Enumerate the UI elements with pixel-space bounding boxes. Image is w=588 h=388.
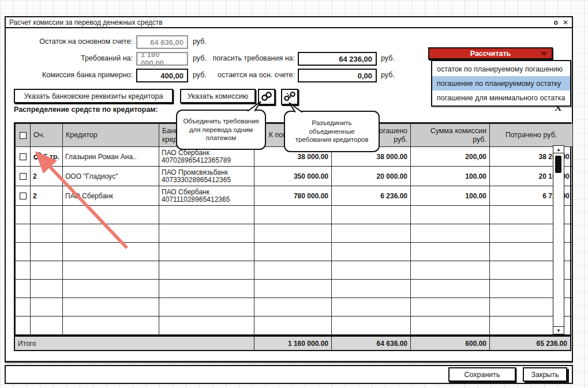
commission-cell[interactable]: 100.00	[411, 167, 490, 186]
window-resize-icon[interactable]: o	[554, 18, 558, 27]
queue-cell[interactable]: 5 тр.	[31, 147, 63, 167]
repaid-cell[interactable]: 6 236.00	[332, 186, 411, 206]
commission-cell[interactable]: 200,00	[411, 147, 490, 167]
row-checkbox[interactable]	[20, 173, 27, 180]
broken-link-icon	[284, 92, 295, 103]
empty-cell	[63, 298, 159, 317]
commission-field[interactable]: 400,00	[136, 69, 188, 82]
empty-row	[16, 206, 573, 224]
remain-currency: руб.	[381, 71, 395, 79]
repay-field[interactable]: 64 236,00	[298, 52, 377, 66]
calc-menu-item-1[interactable]: погашение по планируемому остатку	[432, 76, 570, 91]
empty-row	[16, 298, 573, 317]
empty-cell	[159, 243, 254, 261]
merge-tooltip-text: Объединить требования для перевода одним…	[183, 117, 259, 143]
empty-cell	[159, 261, 254, 280]
empty-cell	[63, 280, 159, 298]
app-canvas: Расчет комиссии за перевод денежных сред…	[0, 0, 588, 388]
balance-field[interactable]: 64 636,00	[136, 35, 188, 49]
empty-cell	[31, 224, 63, 243]
empty-cell	[254, 224, 332, 243]
commission-cell[interactable]: 100.00	[411, 186, 490, 206]
claims-field[interactable]: 1 160 000,00	[136, 52, 188, 66]
repaid-cell[interactable]: 20 000.00	[332, 167, 411, 186]
footer-bar: Сохранить Закрыть	[5, 365, 573, 384]
empty-cell	[254, 280, 332, 298]
calculate-button[interactable]: Рассчитать	[428, 47, 553, 59]
empty-cell	[332, 243, 411, 261]
amount-cell[interactable]: 780 000.00	[254, 186, 332, 206]
calc-menu-item-0[interactable]: остаток по планируемому погашению	[432, 62, 570, 76]
empty-cell	[332, 224, 411, 243]
select-all-checkbox[interactable]	[20, 132, 27, 139]
empty-cell	[31, 298, 63, 317]
creditors-table: Оч.КредиторБанковские реквизиты кредитор…	[15, 123, 573, 335]
bank-details-cell[interactable]: ПАО Сбербанк 407111028965412365	[159, 186, 254, 206]
close-button[interactable]: Закрыть	[523, 367, 567, 382]
empty-cell	[254, 298, 332, 317]
empty-cell	[332, 280, 411, 298]
empty-cell	[16, 243, 31, 261]
table-scrollbar[interactable]: ▲ ▼	[553, 145, 564, 334]
split-tooltip-tail	[287, 103, 304, 112]
calc-menu-item-2[interactable]: погашение для минимального остатка	[432, 91, 570, 105]
remain-label: остается на осн. счете:	[211, 71, 295, 79]
empty-cell	[31, 243, 63, 261]
empty-cell	[16, 280, 31, 298]
close-button-label: Закрыть	[531, 371, 559, 379]
commission-label: Комиссия банка примерно:	[6, 71, 133, 79]
scrollbar-thumb[interactable]	[555, 156, 561, 173]
checkbox-cell[interactable]	[16, 186, 31, 206]
empty-cell	[159, 317, 254, 335]
creditor-cell[interactable]: ПАО Сбербанк	[63, 186, 159, 206]
empty-cell	[411, 243, 490, 261]
queue-cell[interactable]: 2	[31, 186, 63, 206]
totals-value: 600.00	[410, 337, 489, 350]
scroll-up-icon[interactable]: ▲	[553, 146, 564, 153]
empty-row	[16, 280, 573, 298]
creditor-cell[interactable]: Глазырин Роман Ана..	[63, 147, 159, 167]
checkbox-cell[interactable]	[16, 167, 31, 186]
remain-field[interactable]: 0,00	[298, 69, 377, 82]
empty-cell	[254, 206, 332, 224]
amount-cell[interactable]: 350 000.00	[254, 167, 332, 186]
set-commission-button[interactable]: Указать комиссию	[180, 89, 256, 103]
split-tooltip: Разъединить объединенные требования кред…	[284, 111, 380, 152]
row-checkbox[interactable]	[20, 193, 27, 199]
empty-cell	[31, 280, 63, 298]
empty-row	[16, 261, 573, 280]
bank-details-cell[interactable]: ПАО Промсвязьбанк 407333028965412365	[159, 167, 254, 186]
window-controls: o ✕	[554, 18, 568, 27]
empty-cell	[16, 224, 31, 243]
empty-cell	[63, 224, 159, 243]
commission-currency: руб.	[193, 71, 207, 79]
empty-cell	[16, 206, 31, 224]
calculate-button-label: Рассчитать	[470, 50, 511, 58]
set-commission-button-label: Указать комиссию	[188, 92, 248, 100]
balance-currency: руб.	[193, 37, 207, 46]
column-header: Оч.	[31, 124, 63, 147]
merge-tooltip: Объединить требования для перевода одним…	[176, 110, 266, 150]
totals-value: 65 236.00	[489, 337, 570, 350]
table-row[interactable]: 2ПАО СбербанкПАО Сбербанк 40711102896541…	[16, 186, 573, 206]
empty-cell	[16, 317, 31, 335]
window-close-icon[interactable]: ✕	[563, 18, 568, 27]
queue-cell[interactable]: 2	[31, 167, 63, 186]
empty-cell	[332, 317, 411, 335]
scroll-down-icon[interactable]: ▼	[553, 326, 564, 334]
link-icon	[33, 152, 42, 161]
balance-label: Остаток на основном счете:	[6, 37, 133, 46]
empty-cell	[31, 261, 63, 280]
empty-cell	[411, 224, 490, 243]
save-button[interactable]: Сохранить	[448, 367, 516, 382]
table-row[interactable]: 2ООО "Гладиоус"ПАО Промсвязьбанк 4073330…	[16, 167, 573, 186]
empty-cell	[159, 280, 254, 298]
creditor-cell[interactable]: ООО "Гладиоус"	[63, 167, 159, 186]
empty-cell	[63, 261, 159, 280]
repay-label: погасить требования на:	[211, 54, 295, 62]
checkbox-cell[interactable]	[16, 147, 31, 167]
column-header: Потрачено руб.	[490, 124, 573, 147]
bank-details-button[interactable]: Указать банковские реквизиты кредитора	[14, 89, 173, 103]
save-button-label: Сохранить	[464, 371, 500, 379]
row-checkbox[interactable]	[20, 153, 27, 160]
